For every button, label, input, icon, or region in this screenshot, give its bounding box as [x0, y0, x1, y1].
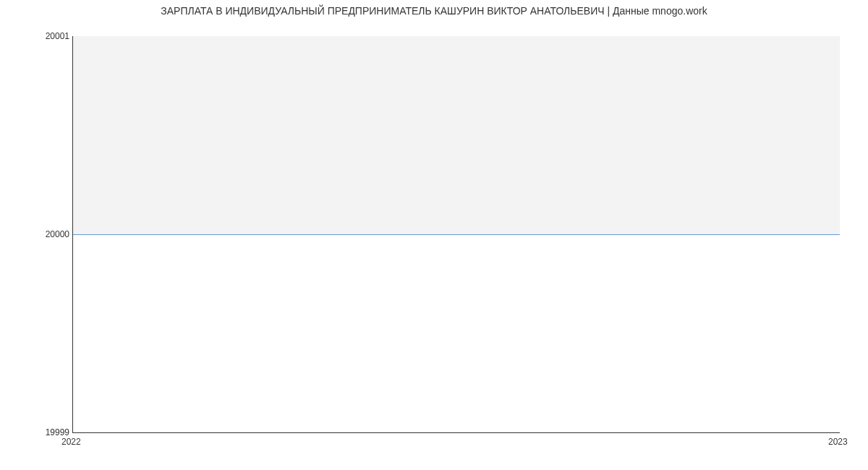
x-tick-label: 2023 — [828, 437, 848, 447]
plot-area — [72, 36, 840, 433]
y-tick-label: 20000 — [46, 229, 69, 239]
chart-title: ЗАРПЛАТА В ИНДИВИДУАЛЬНЫЙ ПРЕДПРИНИМАТЕЛ… — [0, 5, 868, 17]
salary-chart: ЗАРПЛАТА В ИНДИВИДУАЛЬНЫЙ ПРЕДПРИНИМАТЕЛ… — [0, 0, 868, 470]
y-tick-label: 19999 — [46, 427, 69, 437]
upper-band-shade — [73, 36, 840, 234]
x-tick-label: 2022 — [61, 437, 81, 447]
series-line — [73, 234, 840, 235]
y-tick-label: 20001 — [46, 31, 69, 41]
